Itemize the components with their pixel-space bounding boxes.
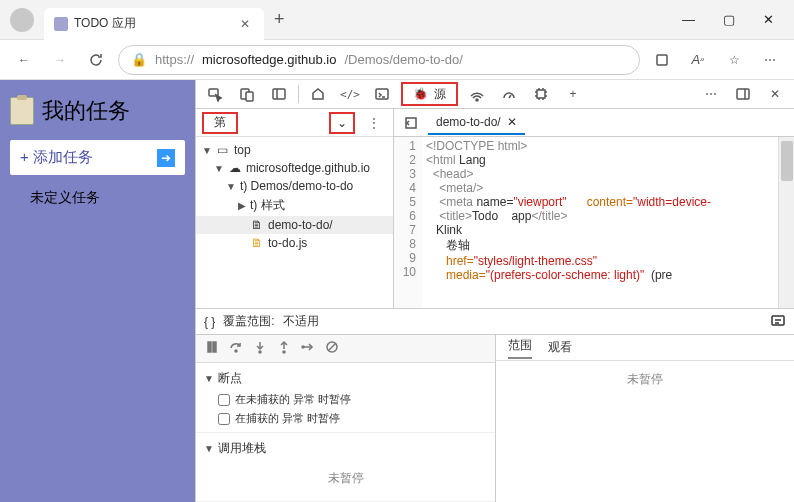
performance-tab[interactable]: [496, 81, 522, 107]
devtools-close-icon[interactable]: ✕: [762, 81, 788, 107]
back-button[interactable]: ←: [10, 46, 38, 74]
memory-tab[interactable]: [528, 81, 554, 107]
bug-icon: 🐞: [413, 87, 428, 101]
cloud-icon: ☁: [228, 161, 242, 175]
svg-rect-15: [213, 342, 216, 352]
panel-icon[interactable]: [266, 81, 292, 107]
coverage-value: 不适用: [283, 313, 319, 330]
scope-status: 未暂停: [496, 361, 794, 398]
url-input[interactable]: 🔒 https://microsoftedge.github.io/Demos/…: [118, 45, 640, 75]
svg-point-19: [302, 346, 304, 348]
svg-rect-9: [537, 90, 545, 98]
inspect-icon[interactable]: [202, 81, 228, 107]
minimize-button[interactable]: —: [682, 12, 695, 27]
code-content[interactable]: <!DOCTYPE html> <html Lang <head> <meta/…: [422, 137, 778, 308]
svg-point-17: [259, 351, 261, 353]
url-path: /Demos/demo-to-do/: [344, 52, 463, 67]
coverage-label: 覆盖范围:: [223, 313, 274, 330]
more-icon[interactable]: ⋯: [756, 46, 784, 74]
url-scheme: https://: [155, 52, 194, 67]
maximize-button[interactable]: ▢: [723, 12, 735, 27]
devtools-panel: </> 🐞 源 + ⋯ ✕ 第 ⌄ ⋮: [195, 80, 794, 502]
tab-favicon: [54, 17, 68, 31]
url-host: microsoftedge.github.io: [202, 52, 336, 67]
debugger-left-pane: ▼断点 在未捕获的 异常 时暂停 在捕获的 异常 时暂停 ▼调用堆栈 未暂停: [196, 335, 496, 502]
add-task-button[interactable]: + 添加任务 ➜: [10, 140, 185, 175]
step-into-button[interactable]: [252, 339, 268, 358]
device-icon[interactable]: [234, 81, 260, 107]
devtools-more-icon[interactable]: ⋯: [698, 81, 724, 107]
step-button[interactable]: [300, 339, 316, 358]
tree-styles[interactable]: t) 样式: [250, 197, 285, 214]
step-out-button[interactable]: [276, 339, 292, 358]
chevron-down-icon: ⌄: [337, 116, 347, 130]
pause-uncaught-checkbox[interactable]: 在未捕获的 异常 时暂停: [204, 390, 487, 409]
favorite-icon[interactable]: ☆: [720, 46, 748, 74]
breakpoints-section[interactable]: ▼断点: [204, 367, 487, 390]
svg-rect-4: [273, 89, 285, 99]
source-editor: demo-to-do/ ✕ 12345678910 <!DOCTYPE html…: [394, 109, 794, 308]
svg-rect-3: [246, 92, 253, 101]
reader-icon[interactable]: A»: [684, 46, 712, 74]
svg-line-8: [509, 95, 511, 98]
new-tab-button[interactable]: +: [274, 9, 285, 30]
svg-point-7: [476, 99, 478, 101]
tree-top[interactable]: top: [234, 143, 251, 157]
callstack-status: 未暂停: [204, 460, 487, 497]
js-file-icon: 🗎: [250, 236, 264, 250]
devtools-toolbar: </> 🐞 源 + ⋯ ✕: [196, 80, 794, 109]
tab-title: TODO 应用: [74, 15, 236, 32]
pause-button[interactable]: [204, 339, 220, 358]
watch-tab[interactable]: 观看: [548, 339, 572, 356]
scrollbar-vertical[interactable]: [778, 137, 794, 308]
elements-tab[interactable]: </>: [337, 81, 363, 107]
editor-tab[interactable]: demo-to-do/ ✕: [428, 111, 525, 135]
window-icon: ▭: [216, 143, 230, 157]
sources-navigator: 第 ⌄ ⋮ ▼▭top ▼☁microsoftedge.github.io ▼t…: [196, 109, 394, 308]
dock-icon[interactable]: [730, 81, 756, 107]
tree-file-html[interactable]: demo-to-do/: [268, 218, 333, 232]
braces-icon[interactable]: { }: [204, 315, 215, 329]
tree-file-js[interactable]: to-do.js: [268, 236, 307, 250]
lock-icon: 🔒: [131, 52, 147, 67]
submit-icon[interactable]: ➜: [157, 149, 175, 167]
clipboard-icon: [10, 97, 34, 125]
coverage-settings-icon[interactable]: [770, 312, 786, 331]
window-titlebar: TODO 应用 ✕ + — ▢ ✕: [0, 0, 794, 40]
sources-tab[interactable]: 🐞 源: [401, 82, 458, 106]
navigator-more-button[interactable]: ⌄: [329, 112, 355, 134]
close-icon[interactable]: ✕: [236, 17, 254, 31]
svg-rect-0: [657, 55, 667, 65]
tree-origin[interactable]: microsoftedge.github.io: [246, 161, 370, 175]
editor-nav-icon[interactable]: [398, 110, 424, 136]
undefined-tasks-label: 未定义任务: [10, 189, 185, 207]
pause-caught-checkbox[interactable]: 在捕获的 异常 时暂停: [204, 409, 487, 428]
console-tab[interactable]: [369, 81, 395, 107]
add-tab-button[interactable]: +: [560, 81, 586, 107]
network-tab[interactable]: [464, 81, 490, 107]
line-gutter: 12345678910: [394, 137, 422, 308]
add-task-label: + 添加任务: [20, 148, 93, 167]
page-nav-tab[interactable]: 第: [202, 112, 238, 134]
browser-tab[interactable]: TODO 应用 ✕: [44, 8, 264, 40]
address-bar: ← → 🔒 https://microsoftedge.github.io/De…: [0, 40, 794, 80]
step-over-button[interactable]: [228, 339, 244, 358]
app-icon[interactable]: [648, 46, 676, 74]
forward-button[interactable]: →: [46, 46, 74, 74]
scope-tab[interactable]: 范围: [508, 337, 532, 359]
debugger-controls: [196, 335, 495, 363]
profile-avatar[interactable]: [10, 8, 34, 32]
welcome-tab[interactable]: [305, 81, 331, 107]
tree-folder[interactable]: t) Demos/demo-to-do: [240, 179, 353, 193]
deactivate-breakpoints-button[interactable]: [324, 339, 340, 358]
navigator-menu-icon[interactable]: ⋮: [361, 110, 387, 136]
close-icon[interactable]: ✕: [507, 115, 517, 129]
todo-app-panel: 我的任务 + 添加任务 ➜ 未定义任务: [0, 80, 195, 502]
close-window-button[interactable]: ✕: [763, 12, 774, 27]
refresh-button[interactable]: [82, 46, 110, 74]
file-icon: 🗎: [250, 218, 264, 232]
file-tree[interactable]: ▼▭top ▼☁microsoftedge.github.io ▼t) Demo…: [196, 137, 393, 308]
svg-point-16: [235, 350, 237, 352]
svg-line-21: [328, 343, 336, 351]
callstack-section[interactable]: ▼调用堆栈: [204, 437, 487, 460]
